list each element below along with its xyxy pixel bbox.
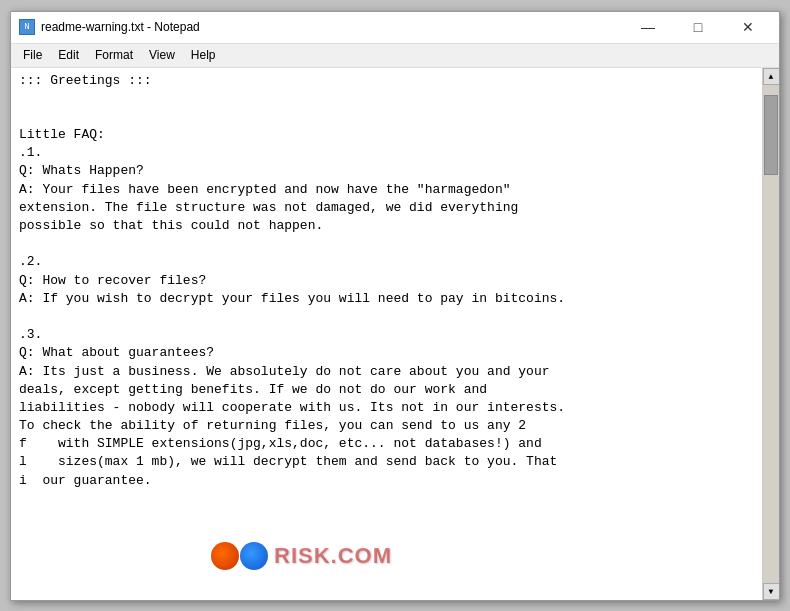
menu-view[interactable]: View xyxy=(141,46,183,64)
menu-edit[interactable]: Edit xyxy=(50,46,87,64)
scroll-down-arrow[interactable]: ▼ xyxy=(763,583,780,600)
maximize-button[interactable]: □ xyxy=(675,13,721,41)
scroll-track[interactable] xyxy=(763,85,779,583)
minimize-button[interactable]: — xyxy=(625,13,671,41)
close-button[interactable]: ✕ xyxy=(725,13,771,41)
menu-help[interactable]: Help xyxy=(183,46,224,64)
menu-bar: File Edit Format View Help xyxy=(11,44,779,68)
title-bar-left: N readme-warning.txt - Notepad xyxy=(19,19,200,35)
title-buttons: — □ ✕ xyxy=(625,13,771,41)
menu-format[interactable]: Format xyxy=(87,46,141,64)
notepad-icon: N xyxy=(19,19,35,35)
window-title: readme-warning.txt - Notepad xyxy=(41,20,200,34)
text-content[interactable]: ::: Greetings ::: Little FAQ: .1. Q: Wha… xyxy=(11,68,762,600)
title-bar: N readme-warning.txt - Notepad — □ ✕ xyxy=(11,12,779,44)
scrollbar[interactable]: ▲ ▼ xyxy=(762,68,779,600)
notepad-window: N readme-warning.txt - Notepad — □ ✕ Fil… xyxy=(10,11,780,601)
scroll-thumb[interactable] xyxy=(764,95,778,175)
scroll-up-arrow[interactable]: ▲ xyxy=(763,68,780,85)
content-wrapper: ::: Greetings ::: Little FAQ: .1. Q: Wha… xyxy=(11,68,779,600)
menu-file[interactable]: File xyxy=(15,46,50,64)
